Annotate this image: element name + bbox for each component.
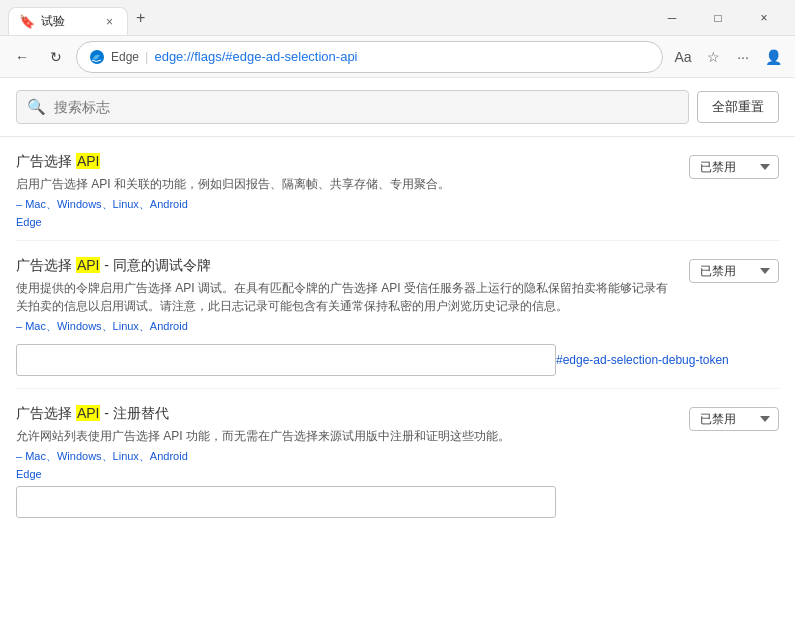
flag-source-label: Edge	[16, 468, 677, 480]
flags-search-bar: 🔍 全部重置	[0, 78, 795, 137]
tab-area: 🔖 试验 × +	[8, 0, 649, 35]
flags-page: 🔍 全部重置 广告选择 API启用广告选择 API 和关联的功能，例如归因报告、…	[0, 78, 795, 617]
minimize-button[interactable]: ─	[649, 2, 695, 34]
flag-source-label: Edge	[16, 216, 677, 228]
flag-token-input[interactable]	[16, 344, 556, 376]
flag-info: 广告选择 API - 同意的调试令牌使用提供的令牌启用广告选择 API 调试。在…	[16, 257, 677, 338]
reset-all-button[interactable]: 全部重置	[697, 91, 779, 123]
maximize-button[interactable]: □	[695, 2, 741, 34]
address-url[interactable]: edge://flags/#edge-ad-selection-api	[154, 49, 650, 64]
flag-status-select[interactable]: 默认已启用已禁用	[689, 259, 779, 283]
flag-info: 广告选择 API - 注册替代允许网站列表使用广告选择 API 功能，而无需在广…	[16, 405, 677, 480]
more-button[interactable]: ···	[729, 43, 757, 71]
active-tab[interactable]: 🔖 试验 ×	[8, 7, 128, 35]
flag-item: 广告选择 API - 注册替代允许网站列表使用广告选择 API 功能，而无需在广…	[16, 389, 779, 530]
search-input[interactable]	[54, 99, 678, 115]
flag-token-input[interactable]	[16, 486, 556, 518]
search-icon: 🔍	[27, 98, 46, 116]
address-bar-input[interactable]: Edge | edge://flags/#edge-ad-selection-a…	[76, 41, 663, 73]
address-separator: |	[145, 49, 148, 64]
flag-info: 广告选择 API启用广告选择 API 和关联的功能，例如归因报告、隔离帧、共享存…	[16, 153, 677, 228]
address-bar: ← ↻ Edge | edge://flags/#edge-ad-selecti…	[0, 36, 795, 78]
read-aloud-button[interactable]: Aa	[669, 43, 697, 71]
flag-platforms: – Mac、Windows、Linux、Android	[16, 197, 677, 212]
flag-item: 广告选择 API - 同意的调试令牌使用提供的令牌启用广告选择 API 调试。在…	[16, 241, 779, 389]
flag-header: 广告选择 API - 同意的调试令牌使用提供的令牌启用广告选择 API 调试。在…	[16, 257, 779, 338]
titlebar: 🔖 试验 × + ─ □ ×	[0, 0, 795, 36]
flag-description: 启用广告选择 API 和关联的功能，例如归因报告、隔离帧、共享存储、专用聚合。	[16, 175, 677, 193]
tab-close-button[interactable]: ×	[102, 13, 117, 31]
flag-anchor-link[interactable]: #edge-ad-selection-debug-token	[556, 353, 729, 367]
flags-list: 广告选择 API启用广告选择 API 和关联的功能，例如归因报告、隔离帧、共享存…	[0, 137, 795, 617]
window-controls: ─ □ ×	[649, 2, 787, 34]
flag-title: 广告选择 API - 同意的调试令牌	[16, 257, 677, 275]
edge-label: Edge	[111, 50, 139, 64]
flag-title: 广告选择 API - 注册替代	[16, 405, 677, 423]
flag-select-wrap: 默认已启用已禁用	[689, 153, 779, 179]
flag-title-highlight: API	[76, 257, 101, 273]
favorite-button[interactable]: ☆	[699, 43, 727, 71]
flag-platforms: – Mac、Windows、Linux、Android	[16, 319, 677, 334]
edge-logo-icon	[89, 49, 105, 65]
address-bar-actions: Aa ☆ ··· 👤	[669, 43, 787, 71]
back-button[interactable]: ←	[8, 43, 36, 71]
tab-favicon: 🔖	[19, 14, 35, 29]
flag-status-select[interactable]: 默认已启用已禁用	[689, 155, 779, 179]
flag-header: 广告选择 API启用广告选择 API 和关联的功能，例如归因报告、隔离帧、共享存…	[16, 153, 779, 228]
flag-description: 使用提供的令牌启用广告选择 API 调试。在具有匹配令牌的广告选择 API 受信…	[16, 279, 677, 315]
flag-description: 允许网站列表使用广告选择 API 功能，而无需在广告选择来源试用版中注册和证明这…	[16, 427, 677, 445]
tab-title: 试验	[41, 13, 96, 30]
refresh-button[interactable]: ↻	[42, 43, 70, 71]
flag-status-select[interactable]: 默认已启用已禁用	[689, 407, 779, 431]
flag-title: 广告选择 API	[16, 153, 677, 171]
flag-select-wrap: 默认已启用已禁用	[689, 257, 779, 283]
flag-platforms: – Mac、Windows、Linux、Android	[16, 449, 677, 464]
search-input-wrap[interactable]: 🔍	[16, 90, 689, 124]
profile-button[interactable]: 👤	[759, 43, 787, 71]
new-tab-button[interactable]: +	[128, 9, 153, 27]
flag-header: 广告选择 API - 注册替代允许网站列表使用广告选择 API 功能，而无需在广…	[16, 405, 779, 480]
flag-title-highlight: API	[76, 153, 101, 169]
flag-title-highlight: API	[76, 405, 101, 421]
flag-item: 广告选择 API启用广告选择 API 和关联的功能，例如归因报告、隔离帧、共享存…	[16, 137, 779, 241]
close-button[interactable]: ×	[741, 2, 787, 34]
flag-select-wrap: 默认已启用已禁用	[689, 405, 779, 431]
